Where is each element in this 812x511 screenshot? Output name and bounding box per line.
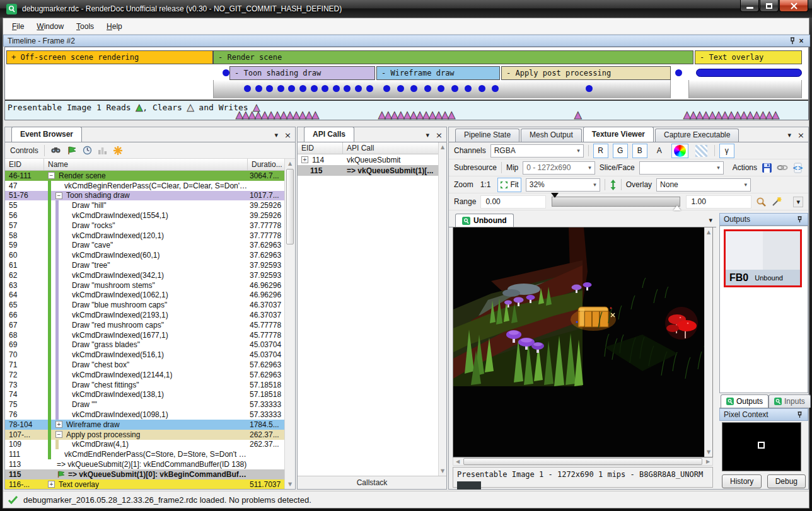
timeline-event-dot[interactable] xyxy=(478,85,485,92)
fb0-thumbnail[interactable]: FB0 Unbound xyxy=(724,229,802,287)
timeline-event-dot[interactable] xyxy=(383,85,390,92)
colorwheel-button[interactable] xyxy=(671,144,688,158)
event-row[interactable]: 51-76−Toon shading draw1017.7... xyxy=(5,191,284,201)
menu-help[interactable]: Help xyxy=(100,19,129,34)
timeline-event-dot[interactable] xyxy=(397,85,404,92)
expand-icon[interactable]: + xyxy=(48,481,55,488)
usage-marker-cluster[interactable]: ▲▲▲▲▲▲▲▲▲▲▲▲▲▲▲ xyxy=(683,110,779,120)
expand-icon[interactable]: + xyxy=(55,421,62,428)
mip-dropdown[interactable]: 0 - 1272x690▾ xyxy=(523,161,594,175)
collapse-icon[interactable]: − xyxy=(48,172,55,179)
timeline-event-dot[interactable] xyxy=(299,85,306,92)
api-call-row[interactable]: 115=> vkQueueSubmit(1)[... xyxy=(298,165,438,176)
event-row[interactable]: 56vkCmdDrawIndexed(1554,1)39.25926 xyxy=(5,210,284,221)
menu-file[interactable]: File xyxy=(6,19,30,34)
timeline-canvas[interactable]: + Off-screen scene rendering- Render sce… xyxy=(5,47,808,100)
flip-y-icon[interactable] xyxy=(610,180,617,190)
maximize-button[interactable] xyxy=(760,0,779,12)
autofit-icon[interactable] xyxy=(756,197,767,207)
range-max-value[interactable]: 1.00 xyxy=(686,195,751,209)
timeline-bar[interactable]: - Render scene xyxy=(213,50,693,64)
event-row[interactable]: 66vkCmdDrawIndexed(2193,1)46.37037 xyxy=(5,310,284,320)
event-row[interactable]: 113=> vkQueueSubmit(2)[1]: vkEndCommandB… xyxy=(5,459,284,469)
gamma-button[interactable]: γ xyxy=(719,144,734,158)
debug-button[interactable]: Debug xyxy=(767,474,806,488)
timeline-bar[interactable]: + Off-screen scene rendering xyxy=(6,50,213,64)
minimize-button[interactable] xyxy=(740,0,759,12)
event-row[interactable]: 71Draw "chest box"57.62963 xyxy=(5,360,284,370)
save-icon[interactable] xyxy=(762,163,772,173)
timeline-panel[interactable]: + Off-screen scene rendering- Render sce… xyxy=(4,47,809,120)
range-black-point-handle[interactable] xyxy=(551,193,559,198)
event-row[interactable]: 67Draw "red mushroom caps"45.77778 xyxy=(5,320,284,330)
timeline-event-dot[interactable] xyxy=(255,85,262,92)
event-row[interactable]: 75Draw ""57.33333 xyxy=(5,399,284,410)
timeline-event-dot[interactable] xyxy=(492,85,499,92)
tab-capture-executable[interactable]: Capture Executable xyxy=(655,129,739,142)
range-wand-icon[interactable] xyxy=(771,197,782,207)
tab-inputs[interactable]: Inputs xyxy=(768,394,811,408)
event-row[interactable]: 74vkCmdDrawIndexed(138,1)57.18518 xyxy=(5,390,284,400)
event-row[interactable]: 64vkCmdDrawIndexed(1062,1)46.96296 xyxy=(5,290,284,301)
timeline-event-dot[interactable] xyxy=(410,85,417,92)
dock-menu-icon[interactable]: ▾ xyxy=(426,131,430,139)
channel-g-button[interactable]: G xyxy=(613,144,628,158)
menu-window[interactable]: Window xyxy=(30,19,70,34)
timeline-event-dot[interactable] xyxy=(586,85,593,92)
event-browser-scrollbar[interactable]: ▲ ▼ xyxy=(284,159,295,489)
event-row[interactable]: 72vkCmdDrawIndexed(12144,1)57.62963 xyxy=(5,370,284,380)
event-row[interactable]: 70vkCmdDrawIndexed(516,1)45.03704 xyxy=(5,350,284,360)
dock-menu-icon[interactable]: ▾ xyxy=(788,131,792,139)
menu-tools[interactable]: Tools xyxy=(70,19,100,34)
event-row[interactable]: 63Draw "mushroom stems"46.96296 xyxy=(5,280,284,290)
channel-r-button[interactable]: R xyxy=(593,144,608,158)
event-row[interactable]: 68vkCmdDrawIndexed(1677,1)45.77778 xyxy=(5,330,284,340)
pin-icon[interactable] xyxy=(788,37,797,45)
event-row[interactable]: 109vkCmdDraw(4,1)262.37... xyxy=(5,440,284,450)
event-row[interactable]: 55Draw "hill"39.25926 xyxy=(5,200,284,210)
close-button[interactable] xyxy=(779,0,808,12)
event-row[interactable]: 115=> vkQueueSubmit(1)[0]: vkBeginComman… xyxy=(5,469,284,479)
timeline-event-dot[interactable] xyxy=(451,85,458,92)
history-button[interactable]: History xyxy=(722,474,762,488)
event-row[interactable]: 46-111−Render scene3064.7... xyxy=(5,171,284,181)
time-icon[interactable] xyxy=(83,146,92,155)
timeline-event-dot[interactable] xyxy=(675,69,682,76)
event-row[interactable]: 61Draw "tree"37.92593 xyxy=(5,260,284,270)
highlight-icon[interactable] xyxy=(113,146,123,156)
collapse-icon[interactable]: − xyxy=(55,192,62,199)
event-row[interactable]: 58vkCmdDrawIndexed(120,1)37.77778 xyxy=(5,231,284,241)
api-calls-scrollbar[interactable]: ▲ ▼ xyxy=(438,142,446,476)
preview-menu-icon[interactable]: ▾ xyxy=(709,216,712,224)
usage-marker-cluster[interactable]: ▲▲▲▲▲▲▲▲▲▲▲▲▲ xyxy=(236,110,318,120)
range-slider[interactable] xyxy=(552,197,680,207)
tab-unbound-texture[interactable]: Unbound xyxy=(455,214,514,227)
alpha-checker-button[interactable] xyxy=(693,144,710,158)
event-row[interactable]: 116-...+Text overlay511.7037 xyxy=(5,479,284,489)
timeline-event-pill[interactable] xyxy=(696,69,802,77)
event-row[interactable]: 65Draw "blue mushroom caps"46.37037 xyxy=(5,300,284,310)
event-row[interactable]: 59Draw "cave"37.62963 xyxy=(5,241,284,251)
timeline-event-dot[interactable] xyxy=(311,85,318,92)
pixel-context-view[interactable] xyxy=(722,422,801,471)
open-code-icon[interactable]: <> xyxy=(792,163,803,173)
texture-canvas[interactable]: ▲ ▼ xyxy=(453,227,713,457)
timeline-bar[interactable]: - Wireframe draw xyxy=(376,66,500,80)
timeline-event-dot[interactable] xyxy=(438,85,444,92)
timeline-panel-header[interactable]: Timeline - Frame #2 × xyxy=(3,35,810,47)
zoom-dropdown[interactable]: 32%▾ xyxy=(526,178,600,192)
event-row[interactable]: 76vkCmdDrawIndexed(1098,1)57.33333 xyxy=(5,410,284,420)
usage-marker-cluster[interactable]: ▲ xyxy=(574,110,581,120)
overlay-dropdown[interactable]: None▾ xyxy=(656,178,751,192)
usage-marker-cluster[interactable]: ▲▲▲▲▲▲▲▲▲▲▲▲ xyxy=(378,110,454,120)
channels-dropdown[interactable]: RGBA▾ xyxy=(490,144,584,158)
dock-close-icon[interactable]: × xyxy=(798,130,804,140)
timeline-event-dot[interactable] xyxy=(244,85,251,92)
event-row[interactable]: 73Draw "chest fittings"57.18518 xyxy=(5,380,284,390)
timeline-bar[interactable]: - Apply post processing xyxy=(501,66,671,80)
event-row[interactable]: 60vkCmdDrawIndexed(60,1)37.62963 xyxy=(5,250,284,260)
collapse-icon[interactable]: − xyxy=(55,431,62,438)
dock-close-icon[interactable]: × xyxy=(436,130,443,140)
title-bar[interactable]: debugmarker.rdc - RenderDoc Unofficial r… xyxy=(0,0,812,18)
pin-icon[interactable] xyxy=(795,215,804,224)
